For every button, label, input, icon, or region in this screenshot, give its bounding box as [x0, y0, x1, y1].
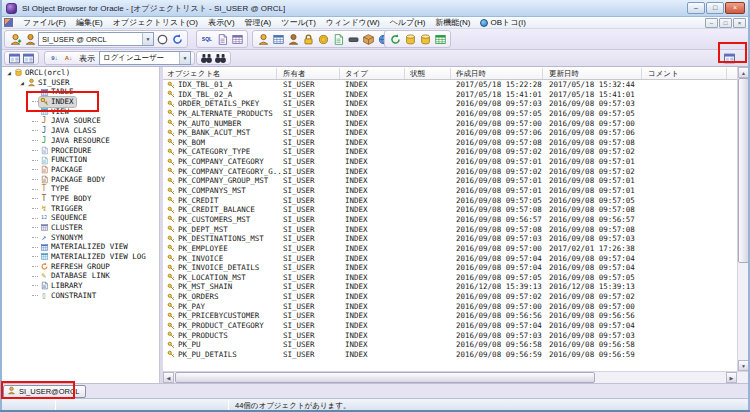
table-row[interactable]: PK_BOMSI_USERINDEX2016/09/08 09:57:08201…: [163, 138, 737, 148]
data-transfer-icon[interactable]: [433, 32, 447, 46]
table-row[interactable]: PK_INVOICESI_USERINDEX2016/09/08 09:57:0…: [163, 254, 737, 264]
column-divider[interactable]: [276, 68, 277, 79]
window-menu[interactable]: ウィンドウ(W): [321, 17, 385, 28]
tree-item-package[interactable]: PACKAGE: [2, 165, 159, 175]
tree-item-database[interactable]: ◢ORCL(orcl): [2, 68, 159, 78]
tree-item-function[interactable]: FUNCTION: [2, 155, 159, 165]
tree-item-synonym[interactable]: ↗SYNONYM: [2, 233, 159, 243]
column-header-5[interactable]: 更新日時: [549, 69, 579, 79]
tree-item-type-body[interactable]: TTYPE BODY: [2, 194, 159, 204]
export-icon[interactable]: [403, 32, 417, 46]
lock-object-icon[interactable]: [301, 32, 315, 46]
table-row[interactable]: PK_ORDERSSI_USERINDEX2016/09/08 09:57:02…: [163, 292, 737, 302]
recycle-icon[interactable]: [388, 32, 402, 46]
table-object-icon[interactable]: [271, 32, 285, 46]
disconnect-user-icon[interactable]: [23, 32, 37, 46]
tree-item-cluster[interactable]: CLUSTER: [2, 223, 159, 233]
package-object-icon[interactable]: [361, 32, 375, 46]
rollback-icon[interactable]: [346, 32, 360, 46]
import-icon[interactable]: [418, 32, 432, 46]
mdi-minimize-icon[interactable]: –: [705, 18, 718, 28]
vertical-scrollbar[interactable]: ▲ ▼: [737, 67, 748, 371]
horizontal-scrollbar[interactable]: ◀ ▶: [163, 371, 748, 383]
table-row[interactable]: PK_LOCATION_MSTSI_USERINDEX2016/09/08 09…: [163, 273, 737, 283]
table-row[interactable]: PK_PUSI_USERINDEX2016/09/08 09:56:582016…: [163, 340, 737, 350]
table-row[interactable]: PK_DEPT_MSTSI_USERINDEX2016/09/08 09:57:…: [163, 225, 737, 235]
table-row[interactable]: PK_INVOICE_DETAILSSI_USERINDEX2016/09/08…: [163, 263, 737, 273]
stop-icon[interactable]: [155, 32, 169, 46]
table-row[interactable]: PK_COMPANY_GROUP_MSTSI_USERINDEX2016/09/…: [163, 176, 737, 186]
admin-menu[interactable]: 管理(A): [240, 17, 277, 28]
script-icon[interactable]: [215, 32, 229, 46]
close-icon[interactable]: ×: [725, 2, 745, 14]
file-object-icon[interactable]: [331, 32, 345, 46]
connect-user-icon[interactable]: [8, 32, 22, 46]
column-divider[interactable]: [404, 68, 405, 79]
tree-item-materialized-view[interactable]: MATERIALIZED VIEW: [2, 242, 159, 252]
table-row[interactable]: PK_COMPANY_CATEGORY_G...SI_USERINDEX2016…: [163, 167, 737, 177]
table-row[interactable]: PK_PRICEBYCUSTOMERSI_USERINDEX2016/09/08…: [163, 311, 737, 321]
table-row[interactable]: PK_ALTERNATE_PRODUCTSSI_USERINDEX2016/09…: [163, 109, 737, 119]
column-divider[interactable]: [339, 68, 340, 79]
tree-item-database-link[interactable]: ✎DATABASE LINK: [2, 271, 159, 281]
table-row[interactable]: PK_CUSTOMERS_MSTSI_USERINDEX2016/09/08 0…: [163, 215, 737, 225]
newfeatures-menu[interactable]: 新機能(N): [430, 17, 475, 28]
profile-icon[interactable]: [316, 32, 330, 46]
table-row[interactable]: PK_CREDIT_BALANCESI_USERINDEX2016/09/08 …: [163, 205, 737, 215]
column-divider[interactable]: [641, 68, 642, 79]
table-row[interactable]: IDX_TBL_02_ASI_USERINDEX2017/05/18 15:41…: [163, 90, 737, 100]
file-menu[interactable]: ファイル(F): [18, 17, 71, 28]
minimize-icon[interactable]: –: [687, 2, 705, 14]
column-divider[interactable]: [542, 68, 543, 79]
table-row[interactable]: PK_AUTO_NUMBERSI_USERINDEX2016/09/08 09:…: [163, 119, 737, 129]
column-divider[interactable]: [450, 68, 451, 79]
tree-item-library[interactable]: LIBRARY: [2, 281, 159, 291]
tree-item-java-class[interactable]: JJAVA CLASS: [2, 126, 159, 136]
expand-arrow-icon[interactable]: ◢: [18, 78, 26, 88]
tree-item-sequence[interactable]: 12SEQUENCE: [2, 213, 159, 223]
tree-item-user[interactable]: ◢SI_USER: [2, 78, 159, 88]
column-header-6[interactable]: コメント: [648, 69, 679, 79]
tree-item-java-resource[interactable]: JJAVA RESOURCE: [2, 136, 159, 146]
tree-item-materialized-view-log[interactable]: MATERIALIZED VIEW LOG: [2, 252, 159, 262]
column-header-2[interactable]: タイプ: [345, 69, 368, 79]
user-object-icon[interactable]: [256, 32, 270, 46]
table-row[interactable]: ORDER_DETAILS_PKEYSI_USERINDEX2016/09/08…: [163, 99, 737, 109]
table-row[interactable]: IDX_TBL_01_ASI_USERINDEX2017/05/18 15:22…: [163, 80, 737, 90]
table-row[interactable]: PK_EMPLOYEESI_USERINDEX2016/09/08 09:57:…: [163, 244, 737, 254]
sql-editor-icon[interactable]: SQL: [200, 32, 214, 46]
table-row[interactable]: PK_PRODUCTSSI_USERINDEX2016/09/08 09:57:…: [163, 331, 737, 341]
table-row[interactable]: PK_PRODUCT_CATEGORYSI_USERINDEX2016/09/0…: [163, 321, 737, 331]
tree-item-type[interactable]: TTYPE: [2, 184, 159, 194]
tree-item-trigger[interactable]: ↯TRIGGER: [2, 204, 159, 214]
connection-select[interactable]: SI_USER @ ORCL▼: [38, 32, 154, 46]
table-row[interactable]: PK_CATEGORY_TYPESI_USERINDEX2016/09/08 0…: [163, 147, 737, 157]
maximize-icon[interactable]: □: [706, 2, 724, 14]
find-next-icon[interactable]: [214, 52, 227, 64]
monitor-icon[interactable]: [22, 52, 35, 64]
view-menu[interactable]: 表示(V): [203, 17, 240, 28]
table-row[interactable]: PK_COMPANY_CATEGORYSI_USERINDEX2016/09/0…: [163, 157, 737, 167]
tree-item-java-source[interactable]: JJAVA SOURCE: [2, 116, 159, 126]
expand-arrow-icon[interactable]: ◢: [5, 68, 13, 78]
table-row[interactable]: PK_PU_DETAILSSI_USERINDEX2016/09/08 09:5…: [163, 350, 737, 360]
table-row[interactable]: PK_MST_SHAINSI_USERINDEX2016/12/08 15:39…: [163, 282, 737, 292]
horizontal-scroll-thumb[interactable]: [175, 372, 595, 383]
filter-icon[interactable]: A↓: [62, 52, 75, 64]
tree-item-package-body[interactable]: PACKAGE BODY: [2, 175, 159, 185]
tools-menu[interactable]: ツール(T): [276, 17, 321, 28]
mdi-restore-icon[interactable]: □: [719, 18, 732, 28]
column-divider[interactable]: [726, 68, 727, 79]
objectlist-menu[interactable]: オブジェクトリスト(O): [108, 17, 203, 28]
scroll-right-icon[interactable]: ▶: [726, 372, 737, 383]
refresh-icon[interactable]: [170, 32, 184, 46]
scroll-left-icon[interactable]: ◀: [163, 372, 174, 383]
table-row[interactable]: PK_BANK_ACUT_MSTSI_USERINDEX2016/09/08 0…: [163, 128, 737, 138]
column-header-1[interactable]: 所有者: [283, 69, 306, 79]
tree-item-procedure[interactable]: PROCEDURE: [2, 146, 159, 156]
object-list-icon[interactable]: [230, 32, 244, 46]
sort-icon[interactable]: 9↓: [48, 52, 61, 64]
column-header-3[interactable]: 状態: [410, 69, 425, 79]
table-row[interactable]: PK_PAYSI_USERINDEX2016/09/08 09:57:00201…: [163, 302, 737, 312]
column-header-0[interactable]: オブジェクト名: [167, 69, 221, 79]
